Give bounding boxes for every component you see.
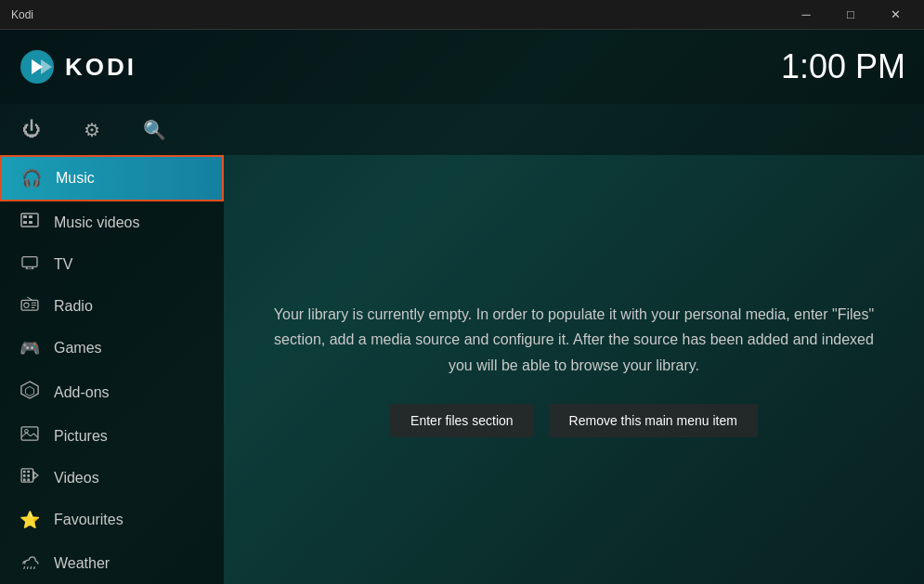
sidebar-item-favourites[interactable]: ⭐ Favourites	[0, 499, 224, 541]
tv-icon	[19, 254, 41, 274]
sidebar-label-weather: Weather	[54, 555, 110, 572]
sidebar-item-addons[interactable]: Add-ons	[0, 370, 224, 415]
gear-icon: ⚙	[84, 119, 100, 141]
sidebar-item-music[interactable]: 🎧 Music ▶	[0, 155, 224, 201]
nav-icons-bar: ⏻ ⚙ 🔍	[0, 104, 924, 155]
svg-rect-4	[23, 215, 27, 218]
sidebar-label-music-videos: Music videos	[54, 214, 139, 231]
sidebar-label-music: Music	[56, 170, 95, 187]
videos-icon	[19, 468, 41, 487]
svg-rect-8	[22, 257, 37, 267]
empty-library-message: Your library is currently empty. In orde…	[261, 302, 887, 437]
remove-menu-item-button[interactable]: Remove this main menu item	[549, 404, 758, 437]
svg-marker-29	[33, 472, 37, 478]
sidebar-item-games[interactable]: 🎮 Games	[0, 327, 224, 370]
titlebar: Kodi ─ □ ✕	[0, 0, 924, 30]
games-icon: 🎮	[19, 338, 41, 358]
music-videos-icon	[19, 213, 41, 232]
pictures-icon	[19, 426, 41, 446]
svg-line-31	[27, 566, 28, 569]
sidebar-label-radio: Radio	[54, 298, 93, 315]
header: KODI 1:00 PM	[0, 30, 924, 104]
svg-line-33	[34, 566, 35, 569]
svg-rect-23	[23, 471, 26, 474]
search-button[interactable]: 🔍	[136, 111, 174, 149]
sidebar-label-pictures: Pictures	[54, 428, 108, 445]
titlebar-controls: ─ □ ✕	[785, 0, 917, 30]
weather-icon	[19, 552, 41, 574]
sidebar-item-pictures[interactable]: Pictures	[0, 415, 224, 457]
svg-point-13	[24, 303, 29, 307]
enter-files-button[interactable]: Enter files section	[390, 404, 534, 437]
power-button[interactable]: ⏻	[15, 111, 48, 148]
search-icon: 🔍	[143, 119, 166, 141]
sidebar-label-addons: Add-ons	[54, 384, 110, 401]
svg-rect-25	[23, 474, 26, 477]
logo-area: KODI	[19, 48, 137, 85]
favourites-icon: ⭐	[19, 510, 41, 530]
empty-library-text: Your library is currently empty. In orde…	[261, 302, 887, 378]
sidebar-item-weather[interactable]: Weather	[0, 541, 224, 584]
app: KODI 1:00 PM ⏻ ⚙ 🔍 🎧 Music ▶	[0, 30, 924, 584]
sidebar-label-games: Games	[54, 340, 102, 357]
svg-line-32	[31, 566, 32, 569]
svg-rect-6	[23, 221, 27, 224]
maximize-button[interactable]: □	[829, 0, 872, 30]
kodi-logo-icon	[19, 48, 56, 85]
sidebar-label-tv: TV	[54, 256, 72, 273]
addons-icon	[19, 381, 41, 404]
minimize-button[interactable]: ─	[785, 0, 827, 30]
svg-line-30	[24, 566, 25, 569]
svg-rect-28	[27, 479, 30, 482]
sidebar-label-videos: Videos	[54, 470, 99, 487]
sidebar-item-tv[interactable]: TV	[0, 243, 224, 285]
svg-rect-5	[29, 215, 33, 218]
settings-button[interactable]: ⚙	[76, 111, 108, 149]
sidebar: 🎧 Music ▶ Music videos	[0, 155, 224, 584]
svg-rect-20	[21, 427, 38, 440]
radio-icon	[19, 296, 41, 316]
time-display: 1:00 PM	[781, 47, 905, 86]
svg-rect-27	[23, 479, 26, 482]
sidebar-label-favourites: Favourites	[54, 512, 124, 528]
close-button[interactable]: ✕	[874, 0, 917, 30]
app-name: KODI	[65, 53, 137, 82]
music-icon: 🎧	[20, 168, 43, 188]
main-panel: Your library is currently empty. In orde…	[224, 155, 924, 584]
svg-rect-24	[27, 471, 30, 474]
titlebar-title: Kodi	[7, 8, 785, 21]
svg-marker-19	[25, 386, 33, 396]
svg-rect-7	[29, 221, 33, 224]
svg-rect-26	[27, 474, 30, 477]
action-buttons: Enter files section Remove this main men…	[261, 404, 887, 437]
sidebar-item-videos[interactable]: Videos	[0, 457, 224, 499]
power-icon: ⏻	[22, 119, 41, 140]
sidebar-item-music-videos[interactable]: Music videos	[0, 201, 224, 243]
sidebar-item-radio[interactable]: Radio	[0, 285, 224, 327]
content-area: 🎧 Music ▶ Music videos	[0, 155, 924, 584]
